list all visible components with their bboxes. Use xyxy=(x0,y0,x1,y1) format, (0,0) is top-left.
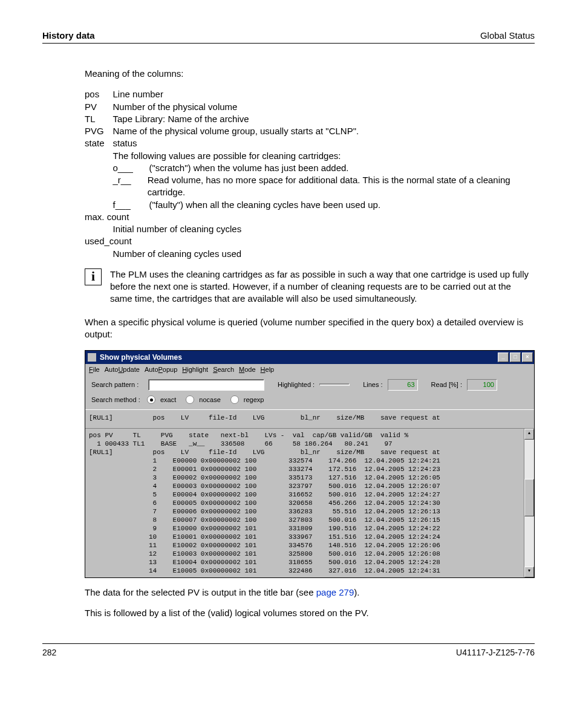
intro-text: Meaning of the columns: xyxy=(85,68,535,80)
def-term: state xyxy=(85,137,113,211)
state-text: ("faulty") when all the cleaning cycles … xyxy=(149,199,381,211)
def-desc: Initial number of cleaning cycles xyxy=(113,223,535,235)
header-status: Global Status xyxy=(480,30,535,41)
def-term: TL xyxy=(85,113,113,125)
radio-regexp-label: regexp xyxy=(244,395,264,405)
radio-nocase-label: nocase xyxy=(199,395,220,405)
header-section: History data xyxy=(42,30,95,41)
list-header: [RUL1] pos LV file-Id LVG bl_nr size/MB … xyxy=(85,409,534,428)
def-desc: Number of cleaning cycles used xyxy=(113,248,535,260)
scroll-track[interactable] xyxy=(524,440,534,567)
after1-post: ). xyxy=(354,587,359,597)
highlighted-value xyxy=(319,383,350,386)
state-status: status xyxy=(113,137,531,149)
def-desc: Name of the physical volume group, usual… xyxy=(113,125,535,137)
page-link[interactable]: page 279 xyxy=(316,587,354,597)
menu-help[interactable]: Help xyxy=(261,365,275,374)
radio-nocase[interactable] xyxy=(186,395,194,404)
page-number: 282 xyxy=(42,648,56,657)
minimize-button[interactable]: _ xyxy=(498,353,509,362)
window-title: Show physical Volumes xyxy=(100,353,182,362)
info-icon: i xyxy=(85,268,102,285)
state-code: f___ xyxy=(113,199,149,211)
radio-exact[interactable] xyxy=(147,395,155,404)
lines-label: Lines : xyxy=(363,380,382,389)
def-desc: Tape Library: Name of the archive xyxy=(113,113,535,125)
scroll-thumb[interactable] xyxy=(524,479,534,516)
info-text: The PLM uses the cleaning cartridges as … xyxy=(110,268,535,305)
def-term: PV xyxy=(85,101,113,113)
scroll-up-button[interactable]: ▴ xyxy=(524,429,534,440)
search-pattern-input[interactable] xyxy=(148,379,264,391)
list-content: pos PV TL PVG state next-bl LVs - val ca… xyxy=(85,429,524,577)
menu-mode[interactable]: Mode xyxy=(239,365,256,374)
vertical-scrollbar[interactable]: ▴ ▾ xyxy=(524,429,534,577)
search-pattern-label: Search pattern : xyxy=(91,380,143,389)
highlighted-label: Highlighted : xyxy=(278,380,315,389)
search-method-label: Search method : xyxy=(91,395,143,405)
menubar[interactable]: File AutoUpdate AutoPopup Highlight Sear… xyxy=(85,364,534,375)
close-button[interactable]: × xyxy=(522,353,533,362)
doc-id: U41117-J-Z125-7-76 xyxy=(456,648,535,657)
state-note: The following values are possible for cl… xyxy=(113,150,531,162)
after-text-2: This is followed by a list of the (valid… xyxy=(85,607,535,619)
state-text: ("scratch") when the volume has just bee… xyxy=(149,162,349,174)
scroll-down-button[interactable]: ▾ xyxy=(524,567,534,577)
readpct-value: 100 xyxy=(467,379,497,391)
state-code: o___ xyxy=(113,162,149,174)
radio-regexp[interactable] xyxy=(230,395,239,404)
radio-exact-label: exact xyxy=(160,395,176,405)
menu-autoupdate[interactable]: AutoUpdate xyxy=(105,365,140,374)
menu-file[interactable]: File xyxy=(89,365,100,374)
state-text: Read volume, has no more space for addit… xyxy=(148,174,531,199)
def-term: max. count xyxy=(85,211,535,223)
menu-autopopup[interactable]: AutoPopup xyxy=(145,365,177,374)
def-term: pos xyxy=(85,88,113,100)
screenshot-window: Show physical Volumes _ □ × File AutoUpd… xyxy=(85,350,535,578)
followup-text: When a specific physical volume is queri… xyxy=(85,316,535,341)
state-code: _r__ xyxy=(113,174,148,199)
def-term: used_count xyxy=(85,235,535,247)
column-definitions: pos Line number PV Number of the physica… xyxy=(85,88,535,260)
maximize-button[interactable]: □ xyxy=(510,353,521,362)
def-desc: status The following values are possible… xyxy=(113,137,535,211)
lines-value: 63 xyxy=(388,379,418,391)
menu-search[interactable]: Search xyxy=(213,365,234,374)
app-icon xyxy=(88,353,96,362)
def-desc: Line number xyxy=(113,88,535,100)
after1-pre: The data for the selected PV is output i… xyxy=(85,587,316,597)
def-desc: Number of the physical volume xyxy=(113,101,535,113)
menu-highlight[interactable]: Highlight xyxy=(182,365,208,374)
readpct-label: Read [%] : xyxy=(431,380,462,389)
def-term: PVG xyxy=(85,125,113,137)
after-text-1: The data for the selected PV is output i… xyxy=(85,587,535,599)
window-titlebar[interactable]: Show physical Volumes _ □ × xyxy=(85,351,534,364)
